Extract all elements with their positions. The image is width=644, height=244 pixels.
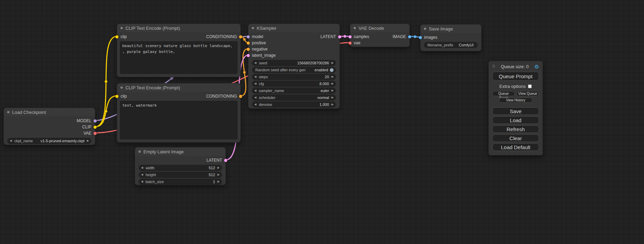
decrement-arrow-icon[interactable]: ◀: [141, 180, 143, 183]
negative-prompt-textarea[interactable]: text, watermark: [120, 101, 238, 139]
node-title-bar[interactable]: CLIP Text Encode (Prompt): [117, 24, 240, 32]
increment-arrow-icon[interactable]: ▶: [218, 173, 220, 176]
widget-cfg[interactable]: ◀ cfg 8.000 ▶: [252, 81, 336, 87]
latent-port-icon[interactable]: [338, 35, 341, 38]
clip-port-icon[interactable]: [94, 126, 97, 129]
view-history-button[interactable]: View History: [499, 98, 532, 103]
widget-batch-size[interactable]: ◀ batch_size 1 ▶: [139, 179, 222, 185]
increment-arrow-icon[interactable]: ▶: [332, 75, 334, 78]
input-slot-model[interactable]: model: [247, 34, 263, 40]
conditioning-port-icon[interactable]: [239, 95, 242, 98]
latent-port-icon[interactable]: [224, 159, 227, 162]
output-slot-model[interactable]: MODEL: [77, 118, 97, 124]
widget-seed[interactable]: ◀ seed 156680208700286 ▶: [252, 60, 336, 66]
node-vae-decode[interactable]: VAE Decode samples IMAGE vae: [350, 24, 410, 47]
collapse-dot-icon[interactable]: [7, 111, 9, 113]
collapse-dot-icon[interactable]: [121, 87, 123, 89]
output-slot-latent[interactable]: LATENT: [206, 157, 227, 163]
conditioning-port-icon[interactable]: [247, 48, 250, 51]
node-title-bar[interactable]: Save Image: [421, 25, 481, 33]
input-slot-clip[interactable]: clip: [115, 34, 127, 40]
widget-width[interactable]: ◀ width 512 ▶: [139, 165, 222, 171]
node-title-bar[interactable]: Load Checkpoint: [4, 108, 95, 116]
collapse-dot-icon[interactable]: [252, 27, 254, 29]
output-slot-clip[interactable]: CLIP: [82, 124, 97, 130]
widget-sampler-name[interactable]: ◀ sampler_name euler ▶: [252, 88, 336, 94]
widget-scheduler[interactable]: ◀ scheduler normal ▶: [252, 94, 336, 101]
widget-random-seed-toggle[interactable]: Random seed after every gen enabled: [252, 67, 336, 73]
increment-arrow-icon[interactable]: ▶: [332, 62, 334, 64]
output-slot-latent[interactable]: LATENT: [320, 34, 341, 40]
increment-arrow-icon[interactable]: ▶: [332, 103, 334, 106]
increment-arrow-icon[interactable]: ▶: [332, 96, 334, 99]
queue-front-button[interactable]: Queue Front: [492, 91, 515, 96]
input-slot-clip[interactable]: clip: [115, 93, 127, 99]
model-port-icon[interactable]: [247, 35, 250, 38]
refresh-button[interactable]: Refresh: [492, 125, 539, 133]
graph-canvas[interactable]: Load Checkpoint MODEL CLIP VAE ◀ ckpt_na…: [0, 0, 644, 244]
input-slot-latent-image[interactable]: latent_image: [247, 52, 276, 58]
clear-button[interactable]: Clear: [492, 134, 539, 142]
image-port-icon[interactable]: [408, 35, 411, 38]
widget-ckpt-name[interactable]: ◀ ckpt_name v1-5-pruned-emaonly.ckpt ▶: [7, 138, 91, 144]
collapse-dot-icon[interactable]: [121, 27, 123, 29]
positive-prompt-textarea[interactable]: beautiful scenery nature glass bottle la…: [120, 41, 238, 74]
extra-options-checkbox[interactable]: [528, 84, 532, 88]
node-clip-text-encode-negative[interactable]: CLIP Text Encode (Prompt) clip CONDITION…: [117, 83, 241, 143]
input-slot-images[interactable]: images: [419, 34, 438, 40]
node-empty-latent-image[interactable]: Empty Latent Image LATENT ◀ width 512 ▶ …: [135, 147, 226, 185]
node-title-bar[interactable]: VAE Decode: [350, 24, 409, 32]
load-default-button[interactable]: Load Default: [492, 143, 539, 151]
conditioning-port-icon[interactable]: [239, 35, 242, 38]
decrement-arrow-icon[interactable]: ◀: [141, 166, 143, 169]
decrement-arrow-icon[interactable]: ◀: [141, 173, 143, 176]
decrement-arrow-icon[interactable]: ◀: [254, 82, 256, 85]
increment-arrow-icon[interactable]: ▶: [87, 139, 89, 142]
output-slot-vae[interactable]: VAE: [83, 130, 97, 136]
increment-arrow-icon[interactable]: ▶: [218, 180, 220, 183]
input-slot-positive[interactable]: positive: [247, 40, 266, 46]
output-slot-conditioning[interactable]: CONDITIONING: [206, 93, 242, 99]
input-slot-negative[interactable]: negative: [247, 46, 267, 52]
collapse-dot-icon[interactable]: [354, 27, 356, 29]
conditioning-port-icon[interactable]: [247, 42, 250, 45]
output-slot-image[interactable]: IMAGE: [392, 34, 411, 40]
settings-gear-icon[interactable]: ⚙: [535, 64, 539, 69]
load-button[interactable]: Load: [492, 116, 539, 124]
node-clip-text-encode-positive[interactable]: CLIP Text Encode (Prompt) clip CONDITION…: [117, 24, 241, 77]
node-save-image[interactable]: Save Image images filename_prefix ComfyU…: [420, 24, 482, 51]
clip-port-icon[interactable]: [115, 35, 118, 38]
decrement-arrow-icon[interactable]: ◀: [10, 139, 12, 142]
node-title-bar[interactable]: Empty Latent Image: [135, 147, 226, 156]
latent-port-icon[interactable]: [349, 35, 352, 38]
decrement-arrow-icon[interactable]: ◀: [254, 89, 256, 92]
save-button[interactable]: Save: [492, 107, 539, 115]
decrement-arrow-icon[interactable]: ◀: [254, 75, 256, 78]
increment-arrow-icon[interactable]: ▶: [332, 89, 334, 92]
node-title-bar[interactable]: CLIP Text Encode (Prompt): [117, 83, 240, 92]
widget-height[interactable]: ◀ height 512 ▶: [139, 172, 222, 178]
latent-port-icon[interactable]: [247, 54, 250, 57]
collapse-dot-icon[interactable]: [139, 151, 141, 153]
decrement-arrow-icon[interactable]: ◀: [254, 103, 256, 106]
model-port-icon[interactable]: [94, 119, 97, 123]
drag-handle-icon[interactable]: ⠿: [492, 64, 495, 69]
node-load-checkpoint[interactable]: Load Checkpoint MODEL CLIP VAE ◀ ckpt_na…: [3, 108, 95, 145]
collapse-dot-icon[interactable]: [424, 28, 426, 30]
node-title-bar[interactable]: KSampler: [248, 24, 339, 32]
input-slot-vae[interactable]: vae: [349, 40, 360, 46]
toggle-knob-icon[interactable]: [330, 68, 334, 72]
widget-steps[interactable]: ◀ steps 20 ▶: [252, 74, 336, 80]
clip-port-icon[interactable]: [115, 95, 118, 98]
input-slot-samples[interactable]: samples: [349, 34, 369, 40]
increment-arrow-icon[interactable]: ▶: [332, 82, 334, 85]
view-queue-button[interactable]: View Queue: [517, 91, 539, 96]
node-ksampler[interactable]: KSampler model LATENT positive negative: [248, 24, 340, 109]
queue-prompt-button[interactable]: Queue Prompt: [492, 72, 539, 81]
increment-arrow-icon[interactable]: ▶: [218, 166, 220, 169]
vae-port-icon[interactable]: [349, 42, 352, 45]
output-slot-conditioning[interactable]: CONDITIONING: [206, 34, 242, 40]
widget-denoise[interactable]: ◀ denoise 1.000 ▶: [252, 101, 336, 108]
image-port-icon[interactable]: [419, 36, 422, 39]
vae-port-icon[interactable]: [94, 132, 97, 135]
